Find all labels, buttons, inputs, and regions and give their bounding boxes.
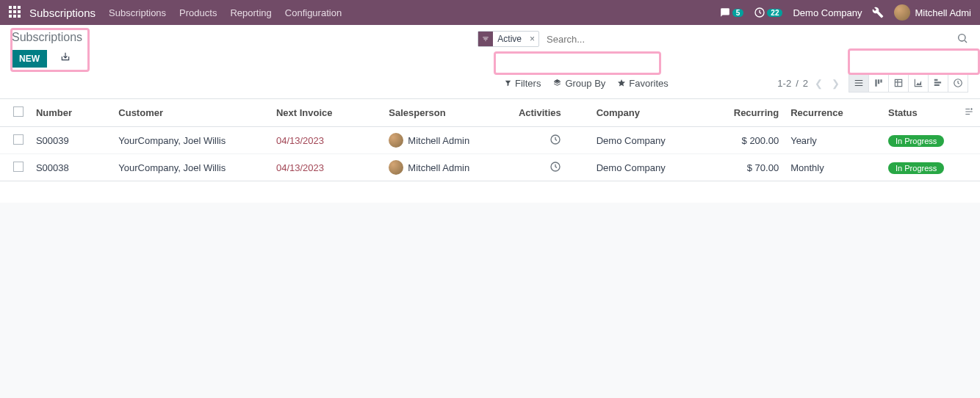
facet-remove[interactable]: ×	[526, 34, 538, 44]
cell-salesperson: Mitchell Admin	[389, 133, 501, 148]
avatar-icon	[389, 133, 403, 148]
col-recurrence[interactable]: Recurrence	[785, 99, 882, 127]
view-switcher	[849, 73, 968, 93]
svg-point-1	[959, 34, 965, 40]
col-activities[interactable]: Activities	[507, 99, 567, 127]
cell-recurrence: Yearly	[785, 127, 882, 154]
facet-label: Active	[493, 34, 526, 44]
status-badge: In Progress	[888, 135, 944, 147]
top-navbar: Subscriptions Subscriptions Products Rep…	[0, 0, 980, 25]
cell-recurring: $ 200.00	[702, 127, 785, 154]
avatar-icon	[389, 160, 403, 175]
view-activity[interactable]	[948, 73, 968, 93]
download-button[interactable]	[57, 48, 73, 67]
pager-total: 2	[803, 78, 808, 89]
row-checkbox[interactable]	[13, 134, 24, 145]
nav-subscriptions[interactable]: Subscriptions	[109, 7, 166, 18]
col-status[interactable]: Status	[882, 99, 957, 127]
table-row[interactable]: S00039YourCompany, Joel Willis04/13/2023…	[0, 127, 980, 154]
cell-salesperson: Mitchell Admin	[389, 160, 501, 175]
select-all-checkbox[interactable]	[13, 106, 24, 117]
nav-configuration[interactable]: Configuration	[285, 7, 342, 18]
cell-next-invoice: 04/13/2023	[270, 127, 383, 154]
pager-range[interactable]: 1-2	[777, 78, 791, 89]
page-title: Subscriptions	[12, 31, 82, 44]
col-recurring[interactable]: Recurring	[702, 99, 785, 127]
pager-next[interactable]: ❯	[829, 78, 842, 89]
filters-button[interactable]: Filters	[504, 78, 541, 89]
user-name: Mitchell Admi	[915, 7, 971, 18]
view-pivot[interactable]	[888, 73, 909, 93]
cell-recurring: $ 70.00	[702, 154, 785, 181]
view-cohort[interactable]	[928, 73, 948, 93]
nav-products[interactable]: Products	[179, 7, 217, 18]
avatar-icon	[894, 4, 910, 21]
nav-menu: Subscriptions Products Reporting Configu…	[109, 7, 342, 18]
search-icon[interactable]	[956, 32, 968, 46]
cell-company: Demo Company	[567, 154, 702, 181]
col-settings-icon[interactable]	[957, 99, 980, 127]
pager-prev[interactable]: ❮	[813, 78, 825, 89]
cell-customer: YourCompany, Joel Willis	[112, 127, 270, 154]
status-badge: In Progress	[888, 162, 944, 174]
activities-icon[interactable]: 22	[754, 7, 782, 18]
col-next-invoice[interactable]: Next Invoice	[270, 99, 383, 127]
search-input[interactable]	[542, 32, 954, 47]
new-button[interactable]: NEW	[12, 50, 47, 68]
filter-icon	[478, 32, 493, 46]
messages-badge: 5	[732, 9, 744, 17]
list-view: Number Customer Next Invoice Salesperson…	[0, 99, 980, 203]
clock-icon[interactable]	[550, 164, 561, 175]
col-customer[interactable]: Customer	[112, 99, 270, 127]
view-list[interactable]	[849, 73, 869, 93]
cell-number: S00038	[30, 154, 112, 181]
row-checkbox[interactable]	[13, 162, 24, 172]
view-graph[interactable]	[908, 73, 929, 93]
cell-next-invoice: 04/13/2023	[270, 154, 383, 181]
activities-badge: 22	[767, 9, 782, 17]
user-menu[interactable]: Mitchell Admi	[894, 4, 971, 21]
cell-customer: YourCompany, Joel Willis	[112, 154, 270, 181]
nav-reporting[interactable]: Reporting	[230, 7, 271, 18]
clock-icon[interactable]	[550, 137, 561, 148]
groupby-button[interactable]: Group By	[552, 78, 605, 89]
app-brand[interactable]: Subscriptions	[29, 7, 96, 19]
col-salesperson[interactable]: Salesperson	[383, 99, 507, 127]
col-number[interactable]: Number	[30, 99, 112, 127]
cell-number: S00039	[30, 127, 112, 154]
pager: 1-2 / 2 ❮ ❯	[777, 78, 842, 89]
company-switch[interactable]: Demo Company	[793, 7, 862, 18]
cell-recurrence: Monthly	[785, 154, 882, 181]
table-row[interactable]: S00038YourCompany, Joel Willis04/13/2023…	[0, 154, 980, 181]
cell-status: In Progress	[882, 154, 957, 181]
view-kanban[interactable]	[868, 73, 889, 93]
cell-status: In Progress	[882, 127, 957, 154]
col-company[interactable]: Company	[567, 99, 702, 127]
messages-icon[interactable]: 5	[719, 7, 744, 18]
search-facet-active: Active ×	[478, 31, 539, 47]
debug-icon[interactable]	[872, 7, 884, 18]
favorites-button[interactable]: Favorites	[617, 78, 668, 89]
cell-company: Demo Company	[567, 127, 702, 154]
apps-icon[interactable]	[9, 6, 22, 19]
